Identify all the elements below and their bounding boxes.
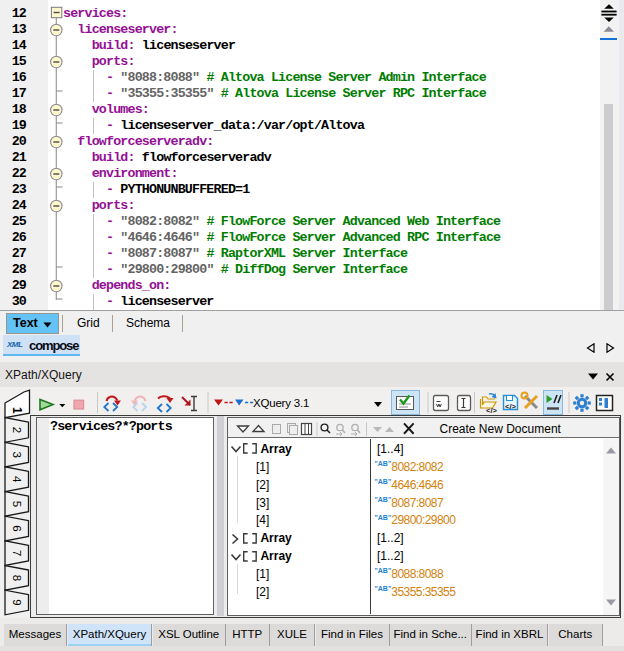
svg-text:6: 6 [11, 525, 23, 531]
svg-text:</>: </> [505, 402, 516, 411]
svg-text:2: 2 [11, 427, 23, 433]
svg-text:8: 8 [11, 575, 23, 581]
svg-text:7: 7 [11, 550, 23, 556]
svg-text:</>: </> [486, 406, 497, 415]
svg-text:3: 3 [11, 451, 23, 457]
svg-text:4: 4 [11, 476, 23, 483]
svg-text:9: 9 [11, 599, 23, 605]
svg-text:5: 5 [11, 501, 23, 507]
svg-text:1: 1 [10, 407, 24, 414]
